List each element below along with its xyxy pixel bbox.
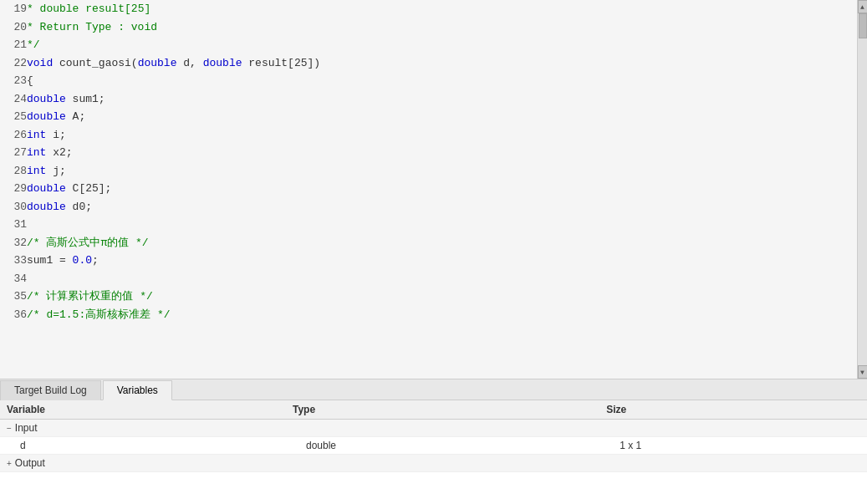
variable-section-output[interactable]: +Output [0,455,867,472]
scroll-thumb[interactable] [859,13,867,38]
line-content [27,270,857,288]
line-number: 31 [0,216,27,234]
line-number: 34 [0,270,27,288]
tab-variables[interactable]: Variables [103,380,172,400]
line-number: 23 [0,72,27,90]
line-number: 26 [0,126,27,145]
scroll-track[interactable] [858,13,867,365]
line-content: /* d=1.5:高斯核标准差 */ [27,306,857,324]
code-token: /* 高斯公式中π的值 */ [27,237,149,249]
col-size: Size [599,400,867,420]
code-token: A; [66,110,85,123]
code-line-34: 34 [0,270,857,288]
code-token: int [27,146,46,159]
variable-section-input[interactable]: −Input [0,420,867,437]
line-content: double C[25]; [27,180,857,198]
code-line-22: 22void count_gaosi(double d, double resu… [0,54,857,73]
line-number: 21 [0,36,27,54]
code-line-31: 31 [0,216,857,234]
code-token: result[25]) [242,57,320,69]
code-token: ; [92,254,99,267]
expand-icon: − [7,424,12,433]
line-number: 29 [0,180,27,198]
code-token: C[25]; [66,182,112,195]
line-number: 22 [0,54,27,73]
code-line-26: 26 int i; [0,126,857,145]
code-token: j; [46,165,65,177]
variable-size: 1 x 1 [599,437,867,455]
code-line-36: 36 /* d=1.5:高斯核标准差 */ [0,306,857,324]
code-token: double [27,93,66,105]
line-content [27,216,857,234]
code-token: * Return Type : void [27,21,157,33]
variable-name: d [0,437,286,455]
line-content: * Return Type : void [27,18,857,37]
code-line-35: 35 /* 计算累计权重的值 */ [0,288,857,306]
code-line-20: 20 * Return Type : void [0,18,857,37]
variables-table: Variable Type Size −Inputddouble1 x 1+Ou… [0,400,867,472]
code-token: int [27,129,46,141]
section-label: Input [15,422,38,434]
code-token: double [27,182,66,195]
line-content: int x2; [27,144,857,162]
line-number: 33 [0,252,27,270]
code-token: double [138,57,177,69]
variables-panel[interactable]: Variable Type Size −Inputddouble1 x 1+Ou… [0,400,867,504]
code-line-19: 19 * double result[25] [0,0,857,18]
line-number: 32 [0,234,27,252]
code-line-24: 24 double sum1; [0,90,857,109]
code-token: double [203,57,242,69]
line-number: 20 [0,18,27,37]
code-line-23: 23{ [0,72,857,90]
code-token: double [27,110,66,123]
code-token: */ [27,38,40,51]
code-token: i; [46,129,65,141]
section-label: Output [15,457,45,469]
code-line-21: 21 */ [0,36,857,54]
code-token: void [27,57,53,69]
code-editor: 19 * double result[25]20 * Return Type :… [0,0,867,379]
scroll-up-arrow[interactable]: ▲ [858,0,868,13]
line-content: double A; [27,108,857,126]
bottom-panel: Target Build Log Variables Variable Type… [0,379,867,504]
scroll-down-arrow[interactable]: ▼ [858,365,868,379]
line-content: void count_gaosi(double d, double result… [27,54,857,73]
vertical-scrollbar[interactable]: ▲ ▼ [857,0,867,379]
code-token: double [27,201,66,213]
col-variable: Variable [0,400,286,420]
variable-row: ddouble1 x 1 [0,437,867,455]
line-content: * double result[25] [27,0,857,18]
code-line-25: 25 double A; [0,108,857,126]
code-table: 19 * double result[25]20 * Return Type :… [0,0,857,323]
code-line-33: 33 sum1 = 0.0; [0,252,857,270]
code-line-32: 32 /* 高斯公式中π的值 */ [0,234,857,252]
code-token: 0.0 [73,254,92,267]
expand-icon: + [7,459,12,468]
code-token: /* 计算累计权重的值 */ [27,290,153,303]
code-token: { [27,74,33,87]
code-line-27: 27 int x2; [0,144,857,162]
code-token: count_gaosi( [53,57,137,69]
code-line-28: 28 int j; [0,162,857,181]
variable-type: double [286,437,599,455]
col-type: Type [286,400,599,420]
line-content: /* 计算累计权重的值 */ [27,288,857,306]
line-number: 36 [0,306,27,324]
tab-bar: Target Build Log Variables [0,379,867,400]
line-content: sum1 = 0.0; [27,252,857,270]
code-scroll-area[interactable]: 19 * double result[25]20 * Return Type :… [0,0,857,379]
line-content: /* 高斯公式中π的值 */ [27,234,857,252]
code-token: /* d=1.5:高斯核标准差 */ [27,308,171,321]
line-content: { [27,72,857,90]
line-number: 35 [0,288,27,306]
code-token: d, [176,57,202,69]
line-number: 24 [0,90,27,109]
line-content: double sum1; [27,90,857,109]
code-line-29: 29 double C[25]; [0,180,857,198]
line-content: int i; [27,126,857,145]
code-token: double result[25] [40,3,151,15]
code-token: int [27,165,46,177]
line-number: 28 [0,162,27,181]
line-number: 19 [0,0,27,18]
tab-target-build-log[interactable]: Target Build Log [0,380,101,400]
